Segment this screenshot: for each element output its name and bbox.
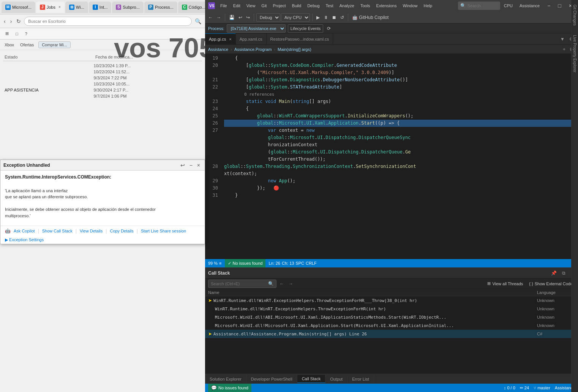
fm-row-app-asistencia[interactable]: APP ASISTENCIA 9/30/2024 2:17 P... [3, 87, 202, 93]
menu-analyze[interactable]: Analyze [336, 2, 357, 9]
panel-float-btn[interactable]: ⧉ [561, 270, 567, 277]
exception-close-button[interactable]: × [196, 162, 202, 168]
show-external-code-btn[interactable]: { } Show External Code [527, 281, 575, 287]
tab-jobs-close[interactable]: × [58, 5, 61, 9]
copy-details-link[interactable]: Copy Details [110, 229, 133, 233]
toolbar-sep-2 [254, 14, 254, 21]
ask-copilot-link[interactable]: Ask Copilot [14, 229, 35, 233]
tab-app-xaml-cs[interactable]: App.xaml.cs [236, 33, 267, 45]
debug-mode-select[interactable]: Debug [256, 13, 280, 22]
cs-row-4[interactable]: Microsoft.WinUI.dll!Microsoft.UI.Xaml.Ap… [205, 321, 578, 330]
maximize-button[interactable]: □ [555, 0, 564, 11]
menu-extensions[interactable]: Extensions [373, 2, 400, 9]
tab-wi[interactable]: ⊞ Wi... [65, 2, 88, 13]
forward-button[interactable]: › [9, 17, 14, 25]
code-line-27e: tForCurrentThread()); [224, 156, 575, 163]
restart-btn[interactable]: ↺ [339, 14, 346, 21]
fm-row-3[interactable]: 9/3/2024 7:22 PM [3, 75, 202, 81]
tab-output[interactable]: Output [325, 375, 347, 383]
forward-nav-btn[interactable]: → [215, 14, 223, 21]
tab-call-stack[interactable]: Call Stack [297, 375, 326, 383]
menu-tools[interactable]: Tools [357, 2, 373, 9]
menu-git[interactable]: Git [258, 2, 270, 9]
minimize-button[interactable]: − [544, 0, 553, 11]
tab-list-btn[interactable]: ▼ [559, 36, 566, 43]
git-changes-panel[interactable]: Git Changes [572, 0, 578, 30]
live-share-link[interactable]: Start Live Share session [141, 229, 186, 233]
lifecycle-btn[interactable]: Lifecycle Events [288, 24, 323, 33]
cs-search-input[interactable] [211, 281, 267, 286]
tab-app-gi-cs-close[interactable]: × [229, 37, 231, 41]
bc-namespace[interactable]: Assistance [208, 47, 228, 52]
refresh-button[interactable]: ↻ [15, 17, 22, 25]
menu-debug[interactable]: Debug [304, 2, 322, 9]
tab-jobs[interactable]: J Jobs × [36, 2, 65, 13]
redo-btn[interactable]: ↪ [245, 14, 251, 21]
fm-row-4[interactable]: 10/23/2024 10:05... [3, 81, 202, 87]
menu-view[interactable]: View [243, 2, 259, 9]
exception-minimize-button[interactable]: − [188, 162, 194, 168]
view-list[interactable]: □ [13, 31, 21, 37]
bc-class[interactable]: Assistance.Program [234, 47, 272, 52]
back-nav-btn[interactable]: ← [207, 14, 214, 21]
process-select[interactable]: [0x71E8] Assistance.exe [227, 24, 286, 33]
bookmark-xbox[interactable]: Xbox [3, 42, 16, 48]
tab-restore-window[interactable]: RestorePasswo...indow.xaml.cs [267, 33, 333, 45]
code-line-30: }); 🔴 [224, 185, 575, 192]
tab-app-gi-cs[interactable]: App.gi.cs × [205, 33, 236, 45]
assistance-label[interactable]: Assistance [516, 2, 543, 9]
view-toggle[interactable]: ⊞ [3, 30, 11, 37]
tab-microsoft[interactable]: M Microsof... [2, 2, 35, 13]
continue-btn[interactable]: ▶ [315, 14, 321, 21]
save-btn[interactable]: 💾 [227, 14, 236, 21]
view-all-threads-btn[interactable]: ⊞ View all Threads [485, 280, 525, 287]
menu-build[interactable]: Build [289, 2, 304, 9]
fm-row-5[interactable]: 9/7/2024 1:06 PM [3, 93, 202, 99]
search-button[interactable]: 🔍 [193, 17, 203, 25]
lifecycle-refresh-btn[interactable]: ⟳ [325, 25, 332, 32]
github-copilot-btn[interactable]: 🤖 GitHub Copilot [351, 14, 390, 21]
fm-row-2[interactable]: 10/22/2024 11:52... [3, 69, 202, 75]
cs-row-1[interactable]: ➤ WinRT.Runtime.dll!WinRT.ExceptionHelpe… [205, 296, 578, 305]
address-input[interactable] [24, 17, 192, 26]
show-call-stack-link[interactable]: Show Call Stack [42, 229, 73, 233]
nav-back-btn[interactable]: ← [278, 280, 286, 287]
cs-row-2[interactable]: WinRT.Runtime.dll!WinRT.ExceptionHelpers… [205, 305, 578, 313]
tab-solution-explorer[interactable]: Solution Explorer [205, 375, 246, 383]
menu-edit[interactable]: Edit [230, 2, 243, 9]
undo-btn[interactable]: ↩ [237, 14, 244, 21]
help-button[interactable]: ? [23, 31, 30, 37]
menu-file[interactable]: File [217, 2, 230, 9]
comment-icon: 💬 [211, 385, 217, 390]
menu-test[interactable]: Test [323, 2, 336, 9]
stop-btn[interactable]: ⏹ [330, 14, 338, 21]
tab-sub[interactable]: S Subpro... [112, 2, 144, 13]
menu-project[interactable]: Project [270, 2, 289, 9]
menu-window[interactable]: Window [400, 2, 420, 9]
fm-row-1[interactable]: 10/23/2024 1:39 P... [3, 63, 202, 69]
cs-row-3[interactable]: Microsoft.WinUI.dll!ABI.Microsoft.UI.Xam… [205, 313, 578, 321]
back-button[interactable]: ‹ [2, 17, 7, 25]
pause-btn[interactable]: ⏸ [322, 14, 330, 21]
tab-proc[interactable]: P Process... [144, 2, 177, 13]
panel-pin-btn[interactable]: 📌 [550, 270, 558, 277]
tab-int[interactable]: I Int... [89, 2, 111, 13]
view-details-link[interactable]: View Details [80, 229, 103, 233]
code-content[interactable]: { [global::System.CodeDom.Compiler.Gener… [221, 54, 578, 259]
bookmark-ofertas[interactable]: Ofertas [19, 42, 35, 48]
ide-search-box[interactable]: 🔍 [458, 2, 500, 10]
add-tab-btn[interactable]: + [561, 46, 567, 53]
menu-help[interactable]: Help [421, 2, 436, 9]
tab-developer-powershell[interactable]: Developer PowerShell [246, 375, 297, 383]
ide-search-input[interactable] [467, 3, 498, 8]
cpu-target-select[interactable]: Any CPU [281, 13, 310, 22]
bc-method[interactable]: Main(string[] args) [278, 47, 311, 52]
nav-fwd-btn[interactable]: → [287, 280, 295, 287]
cs-search-box[interactable]: 🔍 [208, 280, 276, 288]
tab-error-list[interactable]: Error List [347, 375, 374, 383]
exception-settings[interactable]: ▶ Exception Settings [0, 236, 205, 244]
cs-row-5[interactable]: ➤ Assistance.dll!Assistance.Program.Main… [205, 330, 578, 338]
live-property-explorer-panel[interactable]: Live Property Explorer [572, 30, 578, 77]
exception-undo-button[interactable]: ↩ [179, 162, 186, 168]
bookmark-comprar[interactable]: Comprar Mi... [38, 41, 71, 48]
